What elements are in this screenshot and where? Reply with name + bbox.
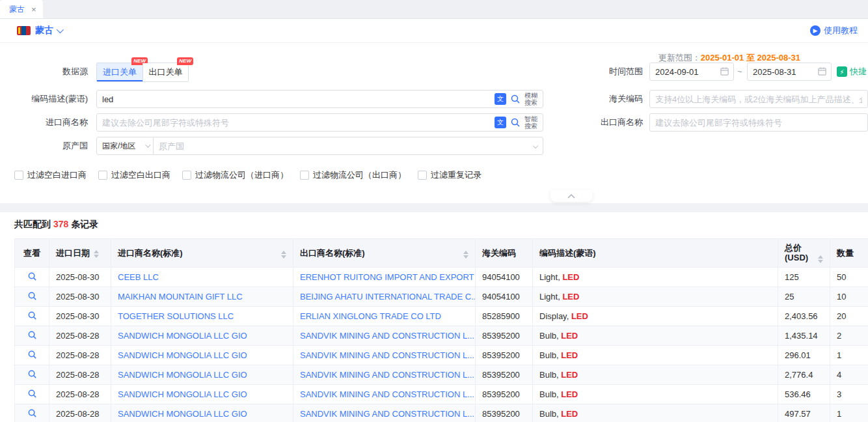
total-cell: 2,776.4: [778, 365, 830, 385]
date-end-wrap: [747, 63, 832, 81]
importer-link[interactable]: SANDWICH MONGOLIA LLC GIO: [118, 350, 247, 360]
exporter-link[interactable]: SANDVIK MINING AND CONSTRUCTION L...: [300, 331, 474, 341]
checkbox-icon: [300, 171, 309, 180]
exporter-cell: SANDVIK MINING AND CONSTRUCTION L...: [293, 385, 476, 404]
importer-link[interactable]: TOGETHER SOLUTIONS LLC: [118, 311, 234, 321]
origin-type-select[interactable]: 国家/地区: [96, 137, 154, 155]
keyword-highlight: LED: [561, 350, 578, 360]
tab-close-icon[interactable]: ×: [31, 5, 36, 14]
view-record-button[interactable]: [27, 272, 37, 281]
exporter-link[interactable]: SANDVIK MINING AND CONSTRUCTION L...: [300, 350, 474, 360]
smart-search-toggle[interactable]: 智能搜索: [524, 115, 539, 130]
table-row: 2025-08-30 CEEB LLC ERENHOT RUITONG IMPO…: [15, 268, 868, 287]
exporter-cell: ERENHOT RUITONG IMPORT AND EXPORT ...: [293, 268, 476, 287]
data-source-label: 数据源: [0, 63, 88, 81]
importer-link[interactable]: SANDWICH MONGOLIA LLC GIO: [118, 370, 247, 380]
importer-input[interactable]: [102, 118, 491, 128]
importer-link[interactable]: SANDWICH MONGOLIA LLC GIO: [118, 389, 247, 399]
date-start-wrap: [649, 63, 734, 81]
view-cell: [15, 287, 49, 307]
total-cell: 1,435.14: [778, 326, 830, 346]
view-cell: [15, 404, 49, 422]
description-cell: Bulb, LED: [533, 346, 778, 365]
sort-icon[interactable]: [463, 251, 468, 259]
hs-code-cell: 85285900: [476, 307, 533, 326]
sort-icon[interactable]: [94, 250, 99, 258]
update-range-value: 2025-01-01 至 2025-08-31: [701, 53, 800, 63]
total-cell: 2,403.56: [778, 307, 830, 326]
checkbox-filter-logistics-importer[interactable]: 过滤物流公司（进口商）: [182, 169, 288, 181]
sort-icon[interactable]: [281, 251, 286, 259]
code-desc-input[interactable]: [102, 94, 491, 104]
app-header: 蒙古 ▶ 使用教程: [0, 19, 868, 43]
calendar-icon[interactable]: [720, 66, 729, 76]
view-record-button[interactable]: [27, 330, 37, 340]
header-import-date: 进口日期: [49, 239, 111, 268]
view-record-button[interactable]: [27, 369, 37, 379]
tutorial-label: 使用教程: [824, 25, 858, 36]
view-cell: [15, 346, 49, 365]
checkbox-filter-logistics-exporter[interactable]: 过滤物流公司（出口商）: [300, 169, 406, 181]
quantity-cell: 1: [830, 346, 868, 365]
importer-link[interactable]: CEEB LLC: [118, 272, 159, 282]
search-icon[interactable]: [510, 94, 521, 104]
keyword-highlight: LED: [561, 370, 578, 380]
quick-select-button[interactable]: ⚡ 快捷: [837, 63, 867, 81]
exporter-link[interactable]: SANDVIK MINING AND CONSTRUCTION L...: [300, 409, 474, 419]
collapse-panel-button[interactable]: [550, 190, 592, 202]
results-panel: 共匹配到378条记录 查看 进口日期 进口商名称(标准) 出口商名称(标准) 海…: [0, 212, 868, 422]
checkbox-filter-blank-importer[interactable]: 过滤空白进口商: [14, 169, 87, 181]
time-range-label: 时间范围: [586, 63, 643, 81]
description-cell: Bulb, LED: [533, 326, 778, 346]
hs-code-input[interactable]: [649, 90, 868, 108]
browser-tab-title: 蒙古: [9, 4, 25, 15]
importer-link[interactable]: SANDWICH MONGOLIA LLC GIO: [118, 409, 247, 419]
keyword-highlight: LED: [562, 292, 579, 302]
tab-import-declarations[interactable]: 进口关单 NEW: [97, 63, 142, 81]
date-separator: ~: [737, 63, 742, 81]
translate-icon[interactable]: 文: [495, 93, 506, 105]
import-date-cell: 2025-08-28: [49, 365, 111, 385]
search-icon[interactable]: [510, 117, 521, 128]
description-cell: Bulb, LED: [533, 365, 778, 385]
view-record-button[interactable]: [27, 311, 37, 320]
origin-input[interactable]: [153, 137, 543, 155]
code-desc-field: 文 模糊搜索: [96, 90, 543, 108]
table-row: 2025-08-28 SANDWICH MONGOLIA LLC GIO SAN…: [15, 326, 868, 346]
importer-cell: MAIKHAN MOUNTAIN GIFT LLC: [111, 287, 293, 307]
view-record-button[interactable]: [27, 291, 37, 301]
importer-link[interactable]: MAIKHAN MOUNTAIN GIFT LLC: [118, 292, 243, 302]
new-badge: NEW: [177, 57, 193, 65]
browser-tab-bar: 蒙古 ×: [0, 0, 868, 19]
view-record-button[interactable]: [27, 350, 37, 359]
hs-code-cell: 85395200: [476, 346, 533, 365]
exporter-link[interactable]: SANDVIK MINING AND CONSTRUCTION L...: [300, 370, 474, 380]
exporter-link[interactable]: ERENHOT RUITONG IMPORT AND EXPORT ...: [300, 272, 476, 282]
tutorial-link[interactable]: ▶ 使用教程: [810, 25, 858, 36]
quantity-cell: 50: [830, 268, 868, 287]
translate-icon[interactable]: 文: [495, 117, 506, 128]
sort-icon[interactable]: [818, 255, 823, 263]
country-title[interactable]: 蒙古: [35, 25, 53, 36]
view-cell: [15, 268, 49, 287]
exporter-link[interactable]: BEIJING AHATU INTERNATIONAL TRADE C...: [300, 292, 476, 302]
fuzzy-search-toggle[interactable]: 模糊搜索: [524, 92, 539, 106]
browser-tab-mongolia[interactable]: 蒙古 ×: [0, 0, 43, 18]
checkbox-filter-blank-exporter[interactable]: 过滤空白出口商: [98, 169, 170, 181]
table-row: 2025-08-28 SANDWICH MONGOLIA LLC GIO SAN…: [15, 404, 868, 422]
table-row: 2025-08-28 SANDWICH MONGOLIA LLC GIO SAN…: [15, 346, 868, 365]
checkbox-filter-duplicates[interactable]: 过滤重复记录: [418, 169, 481, 181]
importer-link[interactable]: SANDWICH MONGOLIA LLC GIO: [118, 331, 247, 341]
calendar-icon[interactable]: [817, 66, 827, 76]
view-record-button[interactable]: [27, 389, 37, 399]
import-date-cell: 2025-08-28: [49, 385, 111, 404]
chevron-down-icon[interactable]: [57, 26, 64, 33]
tab-export-declarations[interactable]: 出口关单 NEW: [142, 63, 188, 81]
tutorial-icon: ▶: [810, 25, 821, 36]
exporter-input[interactable]: [649, 113, 868, 132]
exporter-cell: SANDVIK MINING AND CONSTRUCTION L...: [293, 404, 476, 422]
panel-divider: [0, 203, 868, 212]
view-record-button[interactable]: [27, 408, 37, 418]
exporter-link[interactable]: SANDVIK MINING AND CONSTRUCTION L...: [300, 389, 474, 399]
exporter-link[interactable]: ERLIAN XINGLONG TRADE CO LTD: [300, 311, 441, 321]
